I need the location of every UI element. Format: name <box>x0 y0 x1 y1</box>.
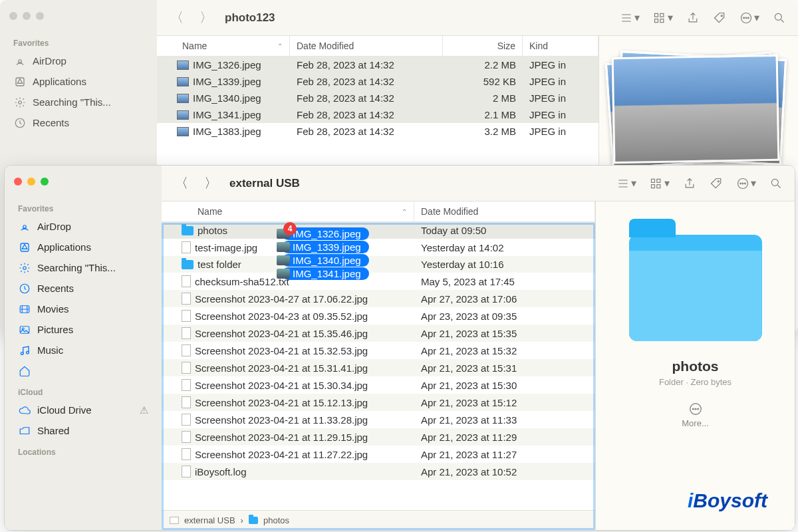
sidebar-item-gear[interactable]: Searching "This... <box>0 92 157 112</box>
fullscreen-button[interactable] <box>41 178 49 186</box>
col-date[interactable]: Date Modified <box>290 36 443 56</box>
sidebar-item-music[interactable]: Music <box>5 340 162 360</box>
svg-point-27 <box>718 180 719 182</box>
sidebar-item-airdrop[interactable]: AirDrop <box>0 51 157 71</box>
sidebar-item-label: Applications <box>33 76 86 87</box>
document-icon <box>182 293 191 305</box>
drag-ghost: 4 IMG_1326.jpegIMG_1339.jpegIMG_1340.jpe… <box>282 227 369 281</box>
file-list[interactable]: photos Today at 09:50 test-image.jpg Yes… <box>162 222 595 510</box>
table-row[interactable]: Screenshot 2023-04-21 at 15.31.41.jpg Ap… <box>162 359 595 376</box>
group-button[interactable]: ▾ <box>647 177 672 190</box>
file-name: Screenshot 2023-04-23 at 09.35.52.jpg <box>195 311 368 322</box>
tag-button[interactable] <box>707 177 726 190</box>
preview-more-button[interactable]: More... <box>682 402 708 428</box>
view-list-button[interactable]: ▾ <box>614 177 639 190</box>
file-date: Feb 28, 2023 at 14:32 <box>290 57 443 73</box>
nav-forward-button[interactable]: 〉 <box>200 174 221 192</box>
table-row[interactable]: IMG_1383.jpeg Feb 28, 2023 at 14:32 3.2 … <box>157 123 598 140</box>
image-thumb-icon <box>277 242 290 252</box>
apps-icon <box>18 241 31 253</box>
file-date: May 5, 2023 at 17:45 <box>414 273 595 290</box>
sidebar-item-gear[interactable]: Searching "This... <box>5 257 162 278</box>
document-icon <box>182 362 191 374</box>
col-kind[interactable]: Kind <box>523 36 598 56</box>
sidebar-item-shared[interactable]: Shared <box>5 420 162 441</box>
file-date: Apr 21, 2023 at 15:35 <box>414 325 595 342</box>
svg-rect-25 <box>652 184 655 188</box>
col-name[interactable]: Name <box>157 36 290 56</box>
sidebar-item-home[interactable] <box>5 360 162 381</box>
sidebar-item-clock[interactable]: Recents <box>5 278 162 299</box>
file-name: test-image.jpg <box>195 242 257 253</box>
minimize-button[interactable] <box>27 178 35 186</box>
fullscreen-button[interactable] <box>36 12 44 20</box>
table-row[interactable]: IMG_1341.jpeg Feb 28, 2023 at 14:32 2.1 … <box>157 106 598 123</box>
col-size[interactable]: Size <box>443 36 523 56</box>
table-row[interactable]: Screenshot 2023-04-21 at 11.29.15.jpg Ap… <box>162 428 595 446</box>
svg-rect-7 <box>660 19 664 22</box>
col-name[interactable]: Name <box>162 201 414 221</box>
file-name: IMG_1339.jpeg <box>193 76 261 87</box>
sidebar-item-label: Recents <box>37 283 74 294</box>
minimize-button[interactable] <box>23 12 31 20</box>
table-row[interactable]: IMG_1340.jpeg Feb 28, 2023 at 14:32 2 MB… <box>157 90 598 106</box>
file-list[interactable]: IMG_1326.jpeg Feb 28, 2023 at 14:32 2.2 … <box>157 57 598 140</box>
action-button[interactable]: ▾ <box>733 177 759 190</box>
path-segment[interactable]: photos <box>263 515 289 525</box>
document-icon <box>182 466 191 477</box>
nav-back-button[interactable]: 〈 <box>166 9 188 27</box>
file-kind: JPEG in <box>523 73 598 90</box>
table-row[interactable]: IMG_1339.jpeg Feb 28, 2023 at 14:32 592 … <box>157 73 598 90</box>
sidebar-item-apps[interactable]: Applications <box>0 71 157 92</box>
table-row[interactable]: Screenshot 2023-04-21 at 15.30.34.jpg Ap… <box>162 376 595 394</box>
action-button[interactable]: ▾ <box>737 11 762 25</box>
table-row[interactable]: iBoysoft.log Apr 21, 2023 at 10:52 <box>162 463 595 480</box>
sidebar-item-movies[interactable]: Movies <box>5 299 162 319</box>
file-kind: JPEG in <box>523 106 598 123</box>
file-kind: JPEG in <box>523 90 598 106</box>
search-button[interactable] <box>767 177 785 190</box>
music-icon <box>18 344 31 356</box>
svg-point-21 <box>21 352 23 354</box>
sidebar-item-label: Movies <box>37 303 69 315</box>
sidebar-item-pictures[interactable]: Pictures <box>5 319 162 340</box>
col-date[interactable]: Date Modified <box>414 201 595 221</box>
path-bar[interactable]: external USB › photos <box>162 510 595 530</box>
sidebar-item-label: Music <box>37 344 63 356</box>
table-row[interactable]: test folder Yesterday at 10:16 <box>162 256 595 273</box>
clock-icon <box>18 282 31 295</box>
table-row[interactable]: Screenshot 2023-04-21 at 11.27.22.jpg Ap… <box>162 446 595 463</box>
table-row[interactable]: Screenshot 2023-04-21 at 11.33.28.jpg Ap… <box>162 411 595 428</box>
svg-point-34 <box>692 408 694 410</box>
share-button[interactable] <box>680 177 699 190</box>
table-row[interactable]: checksum-sha512.txt May 5, 2023 at 17:45 <box>162 273 595 290</box>
file-size: 2.1 MB <box>443 106 523 123</box>
table-row[interactable]: photos Today at 09:50 <box>162 222 595 239</box>
close-button[interactable] <box>9 12 17 20</box>
table-row[interactable]: Screenshot 2023-04-21 at 15.12.13.jpg Ap… <box>162 394 595 411</box>
nav-forward-button[interactable]: 〉 <box>196 9 217 27</box>
folder-icon <box>182 260 194 269</box>
window-controls <box>5 172 162 198</box>
view-list-button[interactable]: ▾ <box>617 11 642 25</box>
sidebar-item-clock[interactable]: Recents <box>0 112 157 133</box>
table-row[interactable]: Screenshot 2023-04-27 at 17.06.22.jpg Ap… <box>162 290 595 307</box>
table-row[interactable]: Screenshot 2023-04-21 at 15.35.46.jpg Ap… <box>162 325 595 342</box>
tag-button[interactable] <box>710 11 729 25</box>
share-button[interactable] <box>684 11 702 25</box>
file-name: Screenshot 2023-04-21 at 15.32.53.jpg <box>195 345 368 356</box>
table-row[interactable]: Screenshot 2023-04-21 at 15.32.53.jpg Ap… <box>162 342 595 359</box>
path-segment[interactable]: external USB <box>184 515 235 525</box>
sidebar-item-cloud[interactable]: iCloud Drive ⚠︎ <box>5 400 162 420</box>
close-button[interactable] <box>14 178 22 186</box>
sidebar-item-apps[interactable]: Applications <box>5 237 162 257</box>
table-row[interactable]: IMG_1326.jpeg Feb 28, 2023 at 14:32 2.2 … <box>157 57 598 73</box>
table-row[interactable]: test-image.jpg Yesterday at 14:02 <box>162 239 595 256</box>
sidebar-item-airdrop[interactable]: AirDrop <box>5 216 162 237</box>
group-button[interactable]: ▾ <box>650 11 676 25</box>
search-button[interactable] <box>770 11 789 25</box>
file-name: photos <box>198 225 227 236</box>
movies-icon <box>18 303 31 315</box>
nav-back-button[interactable]: 〈 <box>171 174 192 192</box>
table-row[interactable]: Screenshot 2023-04-23 at 09.35.52.jpg Ap… <box>162 307 595 325</box>
